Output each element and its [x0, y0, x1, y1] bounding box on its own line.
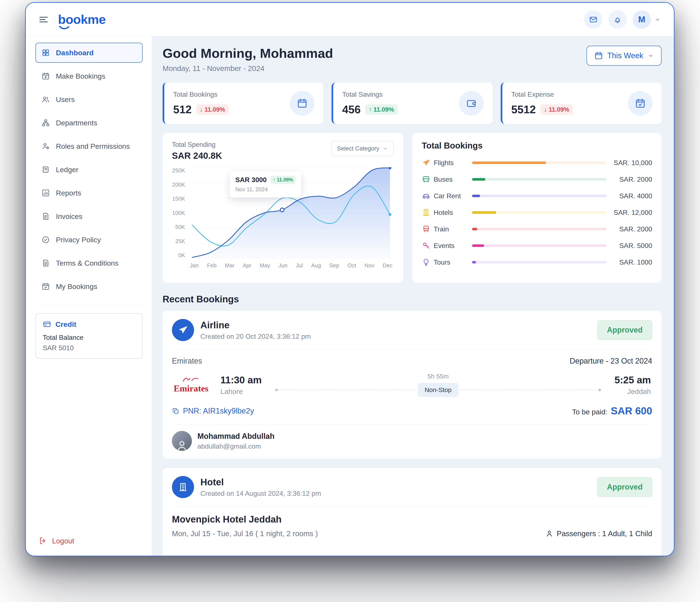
sidebar-item-reports[interactable]: Reports	[35, 183, 143, 203]
emirates-logo-text: Emirates	[172, 383, 210, 394]
passenger-info: Mohammad Abdullah abdullah@gmail.com	[197, 432, 275, 450]
tooltip-row: SAR 3000 ↑ 11.09%	[235, 176, 296, 184]
x-axis-labels: JanFebMarAprMayJunJulAugSepOctNovDec	[189, 259, 394, 269]
x-tick: Jul	[296, 262, 303, 269]
plane-icon	[178, 325, 188, 335]
status-badge: Approved	[597, 320, 652, 340]
pnr-copy-link[interactable]: PNR: AIR1sky9lbe2y	[172, 406, 254, 416]
emirates-calligraphy	[182, 376, 200, 383]
flights-bar	[472, 161, 606, 164]
spending-plot: SAR 3000 ↑ 11.09% Nov 11, 2024	[189, 167, 394, 259]
booking-row-hotels: Hotels SAR. 12,000	[422, 208, 652, 217]
menu-icon[interactable]	[38, 14, 49, 25]
main-content: Good Morning, Mohammad Monday, 11 - Nove…	[151, 36, 674, 556]
spending-title: Total Spending	[172, 141, 222, 149]
logout-button[interactable]: Logout	[35, 534, 143, 547]
sidebar-item-ledger[interactable]: Ledger	[35, 159, 143, 180]
greeting-row: Good Morning, Mohammad Monday, 11 - Nove…	[162, 46, 661, 73]
total-balance-label: Total Balance	[43, 334, 135, 342]
stat-delta: ↑ 11.09%	[365, 104, 397, 115]
invoice-icon	[42, 212, 50, 221]
sidebar-item-label: Ledger	[56, 166, 78, 174]
arrival-city: Jeddah	[615, 387, 651, 396]
avatar: M	[633, 10, 651, 29]
period-select-button[interactable]: This Week	[586, 46, 661, 66]
sidebar-item-departments[interactable]: Departments	[35, 113, 143, 133]
sidebar-item-dashboard[interactable]: Dashboard	[35, 43, 143, 63]
sidebar-item-users[interactable]: Users	[35, 90, 143, 109]
users-icon	[42, 95, 50, 104]
stat-delta: ↓ 11.09%	[196, 104, 228, 115]
calendar-check-icon	[635, 98, 646, 109]
hotel-dates: Mon, Jul 15 - Tue, Jul 16 ( 1 night, 2 r…	[172, 529, 318, 538]
to-be-paid-label: To be paid:	[572, 408, 607, 416]
tours-balloon-icon	[422, 258, 434, 267]
stat-icon	[290, 91, 315, 116]
credit-header: Credit	[43, 320, 135, 328]
tours-bar	[472, 261, 606, 264]
x-tick: Jan	[190, 262, 199, 269]
person-icon	[175, 439, 189, 451]
row-label: Flights	[434, 159, 472, 167]
app-header: bookme M	[26, 3, 674, 36]
row-label: Tours	[434, 258, 472, 266]
user-menu[interactable]: M	[633, 10, 661, 29]
row-label: Buses	[434, 176, 472, 183]
calendar-check-icon	[42, 282, 50, 291]
flight-details: Emirates Departure - 23 Oct 2024 Emirate…	[162, 349, 661, 424]
copy-icon	[172, 407, 180, 415]
logout-icon	[39, 536, 47, 545]
sidebar-item-privacy-policy[interactable]: Privacy Policy	[35, 230, 143, 250]
events-key-icon	[422, 242, 434, 250]
x-tick: Feb	[207, 262, 217, 269]
credit-card-icon	[43, 320, 51, 328]
sidebar-item-label: Terms & Conditions	[56, 259, 119, 267]
stat-value-row: 5512 ↓ 11.09%	[511, 103, 628, 116]
booking-titles: Airline Created on 20 Oct 2024, 3:36:12 …	[200, 320, 311, 341]
booking-type: Airline	[200, 320, 311, 330]
y-tick: 0K	[178, 252, 185, 259]
hotel-name: Movenpick Hotel Jeddah	[172, 514, 652, 525]
y-axis-labels: 250K 200K 150K 100K 50K 25K 0K	[172, 167, 189, 259]
sidebar-item-make-bookings[interactable]: Make Bookings	[35, 66, 143, 86]
y-tick: 100K	[172, 210, 185, 216]
stat-card-total-expense: Total Expense 5512 ↓ 11.09%	[501, 82, 661, 124]
row-label: Train	[434, 225, 472, 233]
total-bookings-panel: Total Bookings Flights SAR. 10,000 Buses…	[412, 133, 661, 283]
route-dash	[460, 390, 598, 390]
x-tick: Mar	[225, 262, 234, 269]
select-category-dropdown[interactable]: Select Category	[331, 141, 394, 156]
tooltip-amount: SAR 3000	[235, 176, 267, 184]
sidebar-item-invoices[interactable]: Invoices	[35, 206, 143, 226]
stat-label: Total Savings	[342, 91, 459, 98]
sidebar-item-label: Roles and Permissions	[56, 142, 130, 150]
row-value: SAR. 2000	[606, 176, 652, 183]
passengers-group: Passengers : 1 Adult, 1 Child	[545, 529, 652, 538]
grid-icon	[42, 48, 50, 57]
pnr-row: PNR: AIR1sky9lbe2y To be paid: SAR 600	[172, 405, 652, 417]
credit-card-box: Credit Total Balance SAR 5010	[35, 313, 143, 359]
arrival-time: 5:25 am	[615, 374, 651, 386]
notifications-button[interactable]	[608, 10, 627, 29]
sidebar-item-roles-permissions[interactable]: Roles and Permissions	[35, 136, 143, 156]
stat-value: 456	[342, 103, 360, 116]
y-tick: 150K	[172, 196, 185, 202]
x-tick: May	[260, 262, 270, 269]
wallet-icon	[466, 98, 477, 109]
booking-row-flights: Flights SAR. 10,000	[422, 158, 652, 167]
stat-label: Total Bookings	[173, 91, 290, 98]
user-gear-icon	[42, 142, 50, 150]
stat-info: Total Expense 5512 ↓ 11.09%	[511, 91, 628, 116]
mail-button[interactable]	[584, 10, 602, 29]
stops-badge: Non-Stop	[418, 383, 458, 397]
sidebar-item-my-bookings[interactable]: My Bookings	[35, 276, 143, 296]
logout-label: Logout	[52, 537, 74, 545]
row-value: SAR. 5000	[606, 242, 652, 250]
total-balance-value: SAR 5010	[43, 344, 135, 352]
chevron-down-icon	[383, 146, 388, 151]
row-value: SAR. 2000	[606, 225, 652, 233]
y-tick: 50K	[175, 224, 185, 230]
calendar-icon	[297, 98, 308, 109]
arrival-leg: 5:25 am Jeddah	[615, 374, 651, 396]
sidebar-item-terms-conditions[interactable]: Terms & Conditions	[35, 253, 143, 273]
